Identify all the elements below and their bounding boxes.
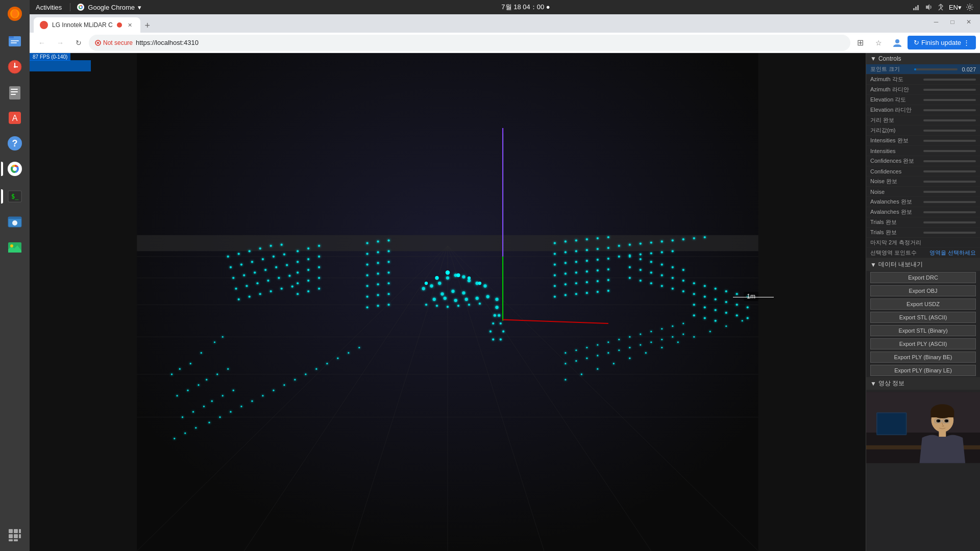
forward-button[interactable]: → bbox=[52, 35, 68, 51]
activities-button[interactable]: Activities bbox=[30, 4, 68, 11]
taskbar-software[interactable]: A bbox=[3, 106, 27, 130]
taskbar-clock[interactable] bbox=[3, 55, 27, 79]
taskbar-firefox[interactable] bbox=[3, 2, 27, 26]
3d-viewport[interactable]: 87 FPS (0-140) bbox=[30, 53, 866, 551]
svg-point-206 bbox=[650, 261, 652, 263]
svg-point-229 bbox=[704, 295, 706, 297]
language-indicator[interactable]: EN▾ bbox=[949, 4, 962, 11]
point-size-slider[interactable] bbox=[914, 68, 958, 70]
noise-row: Noise bbox=[866, 187, 980, 197]
chrome-indicator[interactable]: Google Chrome ▾ bbox=[72, 3, 145, 11]
extensions-button[interactable]: ⊞ bbox=[852, 35, 869, 51]
pointcloud-visualization bbox=[30, 53, 866, 551]
intensities-filter-slider[interactable] bbox=[923, 140, 976, 142]
svg-point-183 bbox=[586, 260, 588, 262]
confidences-slider[interactable] bbox=[923, 170, 976, 172]
window-controls: ─ □ ✕ bbox=[929, 16, 976, 28]
azimuth-radian-label: Azimuth 라디안 bbox=[870, 86, 923, 93]
taskbar-files[interactable] bbox=[3, 30, 27, 53]
taskbar-chrome[interactable] bbox=[3, 157, 27, 181]
svg-point-302 bbox=[483, 284, 486, 287]
address-right-controls: ⊞ ☆ ↻ Finish update ⋮ bbox=[852, 35, 976, 51]
svg-point-249 bbox=[629, 336, 630, 338]
svg-point-67 bbox=[179, 368, 181, 370]
svg-rect-342 bbox=[930, 411, 954, 417]
svg-point-332 bbox=[425, 282, 428, 285]
azimuth-angle-label: Azimuth 각도 bbox=[870, 76, 923, 83]
minimize-button[interactable]: ─ bbox=[929, 16, 943, 28]
video-info-section-header[interactable]: ▼ 영상 정보 bbox=[866, 377, 980, 390]
distance-m-slider[interactable] bbox=[923, 130, 976, 132]
noise-slider[interactable] bbox=[923, 191, 976, 193]
reload-button[interactable]: ↻ bbox=[70, 35, 87, 51]
avalanches-filter-slider[interactable] bbox=[923, 201, 976, 203]
svg-point-43 bbox=[969, 6, 971, 9]
svg-rect-343 bbox=[939, 430, 946, 438]
svg-point-207 bbox=[661, 263, 663, 265]
export-ply-binary-le-button[interactable]: Export PLY (Binary LE) bbox=[870, 365, 976, 376]
export-obj-button[interactable]: Export OBJ bbox=[870, 285, 976, 296]
taskbar-apps-grid[interactable] bbox=[3, 523, 27, 547]
finish-update-button[interactable]: ↻ Finish update ⋮ bbox=[908, 36, 976, 49]
distance-filter-slider[interactable] bbox=[923, 119, 976, 121]
svg-point-81 bbox=[211, 400, 213, 402]
trials-slider[interactable] bbox=[923, 232, 976, 234]
avalanches-slider[interactable] bbox=[923, 211, 976, 213]
confidences-label: Confidences bbox=[870, 168, 923, 174]
close-button[interactable]: ✕ bbox=[962, 16, 976, 28]
svg-point-202 bbox=[597, 291, 599, 293]
svg-point-145 bbox=[307, 290, 309, 292]
select-area-link[interactable]: 영역을 선택하세요 bbox=[929, 249, 976, 257]
controls-title: Controls bbox=[878, 55, 901, 62]
confidences-filter-slider[interactable] bbox=[923, 160, 976, 162]
azimuth-radian-slider[interactable] bbox=[923, 89, 976, 91]
intensities-slider[interactable] bbox=[923, 150, 976, 152]
trials-filter-slider[interactable] bbox=[923, 221, 976, 223]
url-bar[interactable]: Not secure https://localhost:4310 bbox=[89, 35, 850, 51]
svg-point-143 bbox=[318, 277, 320, 279]
noise-filter-slider[interactable] bbox=[923, 181, 976, 183]
back-button[interactable]: ← bbox=[34, 35, 50, 51]
svg-point-193 bbox=[565, 283, 567, 285]
export-drc-button[interactable]: Export DRC bbox=[870, 272, 976, 283]
svg-point-256 bbox=[575, 360, 577, 362]
elevation-radian-slider[interactable] bbox=[923, 109, 976, 111]
taskbar-help[interactable]: ? bbox=[3, 132, 27, 155]
svg-point-273 bbox=[661, 347, 663, 348]
export-ply-ascii-button[interactable]: Export PLY (ASCII) bbox=[870, 338, 976, 349]
svg-point-108 bbox=[230, 266, 232, 268]
elevation-angle-slider[interactable] bbox=[923, 99, 976, 101]
azimuth-angle-slider[interactable] bbox=[923, 79, 976, 81]
taskbar-text-editor[interactable] bbox=[3, 81, 27, 104]
svg-point-320 bbox=[494, 314, 496, 317]
svg-point-265 bbox=[672, 336, 673, 338]
export-usdz-button[interactable]: Export USDZ bbox=[870, 298, 976, 310]
taskbar-image[interactable] bbox=[3, 236, 27, 259]
taskbar-screenshot[interactable] bbox=[3, 210, 27, 234]
svg-point-274 bbox=[677, 341, 679, 343]
export-ply-binary-be-button[interactable]: Export PLY (Binary BE) bbox=[870, 352, 976, 363]
export-stl-binary-button[interactable]: Export STL (Binary) bbox=[870, 325, 976, 336]
fps-label: 87 FPS (0-140) bbox=[33, 54, 67, 60]
new-tab-button[interactable]: + bbox=[140, 18, 155, 33]
svg-point-9 bbox=[14, 66, 16, 68]
settings-icon[interactable] bbox=[966, 3, 974, 11]
trials-row: Trials 완보 bbox=[866, 228, 980, 238]
browser-tab-active[interactable]: LG Innotek MLiDAR C ✕ bbox=[34, 17, 140, 33]
tab-close-button[interactable]: ✕ bbox=[126, 21, 134, 29]
url-text: https://localhost:4310 bbox=[136, 39, 199, 46]
svg-point-76 bbox=[216, 373, 218, 375]
maximize-button[interactable]: □ bbox=[945, 16, 960, 28]
intensities-row: Intensities bbox=[866, 146, 980, 156]
data-export-section-header[interactable]: ▼ 데이터 내보내기 bbox=[866, 258, 980, 271]
taskbar-terminal[interactable]: $_ bbox=[3, 185, 27, 208]
svg-point-233 bbox=[747, 306, 749, 308]
distance-filter-row: 거리 완보 bbox=[866, 115, 980, 126]
profile-button[interactable] bbox=[889, 35, 905, 51]
svg-point-184 bbox=[597, 259, 599, 261]
controls-section-header[interactable]: ▼ Controls bbox=[866, 53, 980, 64]
bookmark-button[interactable]: ☆ bbox=[871, 35, 887, 51]
svg-point-325 bbox=[502, 331, 504, 333]
svg-point-116 bbox=[254, 271, 256, 273]
export-stl-ascii-button[interactable]: Export STL (ASCII) bbox=[870, 312, 976, 323]
